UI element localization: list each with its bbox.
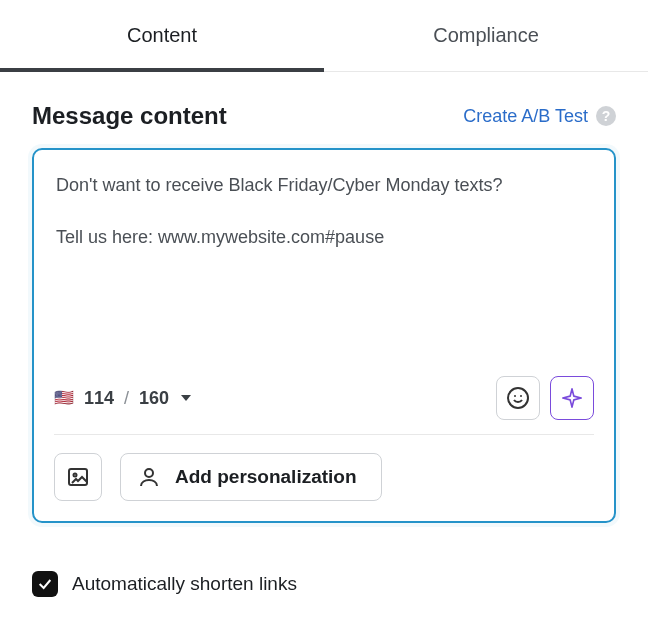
shorten-links-row: Automatically shorten links: [0, 541, 648, 597]
svg-point-4: [74, 474, 77, 477]
check-icon: [37, 576, 53, 592]
message-textarea[interactable]: Don't want to receive Black Friday/Cyber…: [54, 170, 594, 370]
counter-row: 🇺🇸 114 / 160: [54, 370, 594, 435]
char-count-sep: /: [124, 388, 129, 409]
chevron-down-icon: [181, 395, 191, 401]
shorten-links-label: Automatically shorten links: [72, 573, 297, 595]
editor-toolbar-right: [496, 376, 594, 420]
create-ab-test-link[interactable]: Create A/B Test ?: [463, 106, 616, 127]
emoji-button[interactable]: [496, 376, 540, 420]
create-ab-test-label: Create A/B Test: [463, 106, 588, 127]
message-editor: Don't want to receive Black Friday/Cyber…: [32, 148, 616, 523]
image-icon: [66, 465, 90, 489]
svg-point-2: [520, 395, 522, 397]
sparkle-icon: [561, 387, 583, 409]
ai-sparkle-button[interactable]: [550, 376, 594, 420]
tab-bar: Content Compliance: [0, 0, 648, 72]
add-image-button[interactable]: [54, 453, 102, 501]
panel-header: Message content Create A/B Test ?: [32, 102, 616, 130]
content-panel: Message content Create A/B Test ? Don't …: [0, 72, 648, 541]
person-icon: [137, 465, 161, 489]
help-icon[interactable]: ?: [596, 106, 616, 126]
char-count-max: 160: [139, 388, 169, 409]
svg-point-0: [508, 388, 528, 408]
char-counter[interactable]: 🇺🇸 114 / 160: [54, 388, 191, 409]
page-title: Message content: [32, 102, 227, 130]
svg-point-5: [145, 469, 153, 477]
svg-point-1: [514, 395, 516, 397]
flag-icon: 🇺🇸: [54, 390, 74, 406]
shorten-links-checkbox[interactable]: [32, 571, 58, 597]
add-personalization-label: Add personalization: [175, 466, 357, 488]
tab-compliance[interactable]: Compliance: [324, 0, 648, 71]
add-personalization-button[interactable]: Add personalization: [120, 453, 382, 501]
emoji-icon: [506, 386, 530, 410]
tab-content[interactable]: Content: [0, 0, 324, 71]
char-count-current: 114: [84, 388, 114, 409]
editor-actions: Add personalization: [54, 453, 594, 501]
